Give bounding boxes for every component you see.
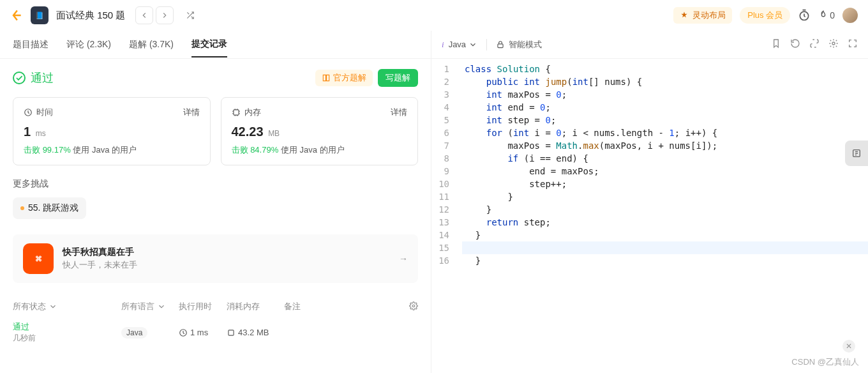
filter-status[interactable]: 所有状态 xyxy=(13,301,121,312)
svg-point-7 xyxy=(832,42,835,45)
settings-icon[interactable] xyxy=(828,38,839,50)
tab-description[interactable]: 题目描述 xyxy=(13,33,49,57)
streak-counter[interactable]: 0 xyxy=(818,10,835,20)
svg-rect-5 xyxy=(228,330,234,335)
language-selector[interactable]: iJava xyxy=(442,40,477,50)
table-settings-icon[interactable] xyxy=(399,301,418,312)
kuaishou-icon: ⌘ xyxy=(23,243,54,274)
svg-rect-6 xyxy=(498,43,503,47)
close-bubble-icon[interactable]: ✕ xyxy=(842,340,855,353)
top-header: 📘 面试经典 150 题 灵动布局 Plus 会员 0 xyxy=(0,0,868,31)
chevron-right-icon: → xyxy=(399,254,408,264)
runtime-detail-link[interactable]: 详情 xyxy=(183,107,200,118)
flex-layout-button[interactable]: 灵动布局 xyxy=(673,7,732,24)
header-note: 备注 xyxy=(284,301,399,312)
submission-table-header: 所有状态 所有语言 执行用时 消耗内存 备注 xyxy=(13,296,418,317)
promo-subtitle: 快人一手，未来在手 xyxy=(63,259,137,271)
tab-submissions[interactable]: 提交记录 xyxy=(191,32,227,57)
memory-detail-link[interactable]: 详情 xyxy=(391,107,407,118)
memory-value: 42.23 xyxy=(232,125,264,139)
fullscreen-icon[interactable] xyxy=(848,38,858,50)
pass-check-icon xyxy=(13,72,26,84)
runtime-label: 时间 xyxy=(36,107,53,118)
left-tabs: 题目描述 评论 (2.3K) 题解 (3.7K) 提交记录 xyxy=(0,31,431,59)
leetcode-logo-icon[interactable] xyxy=(10,9,23,22)
filter-language[interactable]: 所有语言 xyxy=(121,301,179,312)
watermark: CSDN @乙真仙人 xyxy=(791,356,859,368)
submission-row[interactable]: 通过 几秒前 Java 1 ms 43.2 MB xyxy=(13,317,418,347)
pass-status-label: 通过 xyxy=(31,70,54,86)
submission-lang: Java xyxy=(121,327,147,339)
memory-stat-card[interactable]: 内存 详情 42.23 MB 击败 84.79% 使用 Java 的用户 xyxy=(221,97,419,165)
difficulty-dot-icon xyxy=(20,206,24,210)
reset-icon[interactable] xyxy=(790,38,800,50)
timer-icon[interactable] xyxy=(798,9,811,22)
svg-point-3 xyxy=(412,305,415,307)
official-solution-button[interactable]: 官方题解 xyxy=(315,70,373,86)
more-challenges-label: 更多挑战 xyxy=(13,178,418,190)
studyplan-icon[interactable]: 📘 xyxy=(31,6,49,24)
problem-set-title: 面试经典 150 题 xyxy=(56,10,125,22)
bookmark-icon[interactable] xyxy=(771,38,781,50)
code-editor[interactable]: 12345678910111213141516 class Solution {… xyxy=(431,59,868,373)
write-solution-button[interactable]: 写题解 xyxy=(378,69,418,87)
header-runtime: 执行用时 xyxy=(179,301,227,312)
prev-problem-button[interactable] xyxy=(135,6,153,24)
tab-solutions[interactable]: 题解 (3.7K) xyxy=(129,33,174,57)
plus-member-button[interactable]: Plus 会员 xyxy=(740,7,790,24)
svg-rect-2 xyxy=(233,110,238,115)
submission-runtime: 1 ms xyxy=(190,328,208,337)
challenge-chip[interactable]: 55. 跳跃游戏 xyxy=(13,197,86,219)
runtime-value: 1 xyxy=(24,125,31,139)
shuffle-button[interactable] xyxy=(181,6,199,24)
submission-memory: 43.2 MB xyxy=(238,328,269,337)
promo-card[interactable]: ⌘ 快手秋招真题在手 快人一手，未来在手 → xyxy=(13,234,418,283)
submission-status: 通过 xyxy=(13,321,36,333)
side-panel-toggle[interactable] xyxy=(845,141,868,166)
header-memory: 消耗内存 xyxy=(227,301,284,312)
submission-time: 几秒前 xyxy=(13,333,36,344)
promo-title: 快手秋招真题在手 xyxy=(63,247,137,258)
next-problem-button[interactable] xyxy=(156,6,174,24)
user-avatar[interactable] xyxy=(842,8,858,23)
runtime-stat-card[interactable]: 时间 详情 1 ms 击败 99.17% 使用 Java 的用户 xyxy=(13,97,211,165)
memory-label: 内存 xyxy=(244,107,261,118)
smart-mode-toggle[interactable]: 智能模式 xyxy=(496,39,542,50)
editor-pane: iJava 智能模式 12345678910111213141516 class… xyxy=(431,31,868,373)
keyboard-icon[interactable] xyxy=(809,38,819,50)
left-pane: 题目描述 评论 (2.3K) 题解 (3.7K) 提交记录 通过 官方题解 写题… xyxy=(0,31,431,373)
challenge-title: 55. 跳跃游戏 xyxy=(28,202,79,214)
tab-discussion[interactable]: 评论 (2.3K) xyxy=(66,33,111,57)
